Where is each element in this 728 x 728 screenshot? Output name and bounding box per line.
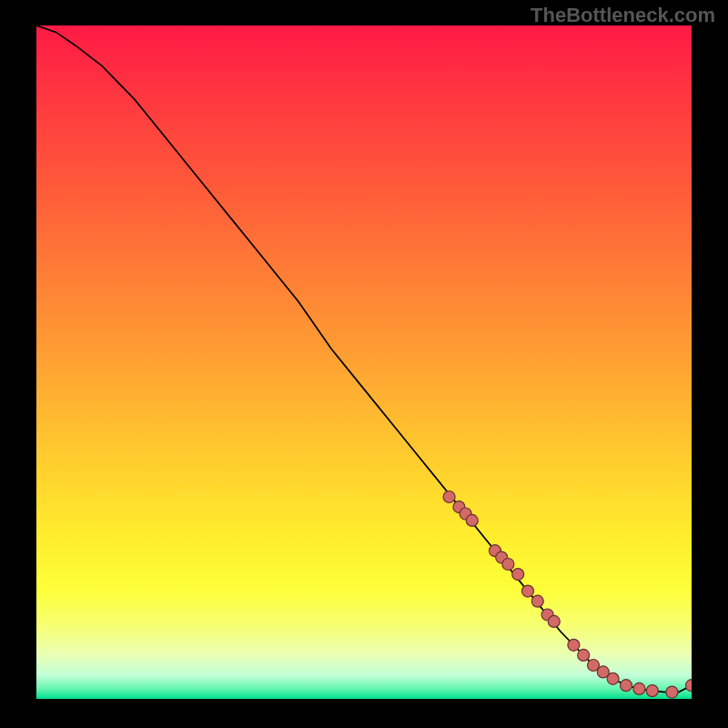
data-point bbox=[633, 682, 645, 694]
data-point bbox=[443, 491, 455, 503]
data-point bbox=[621, 680, 632, 692]
data-point bbox=[522, 585, 534, 597]
chart-stage: TheBottleneck.com bbox=[0, 0, 728, 728]
data-point bbox=[512, 569, 524, 581]
data-point bbox=[531, 595, 543, 607]
watermark-text: TheBottleneck.com bbox=[531, 4, 715, 27]
data-point bbox=[607, 672, 619, 684]
data-point bbox=[578, 649, 590, 661]
data-point bbox=[502, 559, 514, 571]
data-point bbox=[646, 685, 658, 697]
data-point bbox=[466, 514, 478, 526]
data-point bbox=[568, 639, 580, 651]
data-point bbox=[548, 615, 560, 627]
plot-svg bbox=[36, 25, 692, 699]
gradient-rect bbox=[36, 25, 692, 699]
data-point bbox=[666, 686, 678, 698]
plot-area bbox=[36, 25, 692, 699]
